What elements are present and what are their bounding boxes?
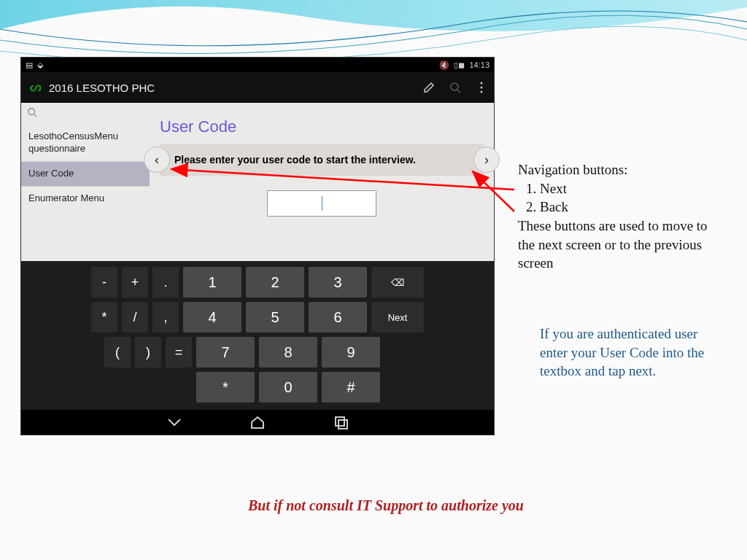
key-6[interactable]: 6	[309, 302, 367, 332]
text-cursor	[322, 196, 322, 211]
edit-icon[interactable]	[422, 81, 436, 94]
key-hash[interactable]: #	[322, 372, 380, 402]
section-title: User Code	[160, 117, 484, 136]
key-7[interactable]: 7	[196, 337, 255, 368]
svg-line-6	[34, 114, 37, 117]
nav-home-icon[interactable]	[249, 413, 266, 431]
sidebar-search-icon[interactable]	[21, 103, 150, 125]
svg-rect-8	[338, 420, 347, 429]
mute-icon: 🔇	[439, 61, 449, 70]
key-5[interactable]: 5	[246, 302, 304, 332]
battery-icon: ▯◼	[454, 61, 465, 70]
key-slash[interactable]: /	[122, 302, 148, 332]
search-icon[interactable]	[449, 81, 462, 94]
svg-point-5	[28, 109, 35, 115]
user-code-input[interactable]	[267, 190, 376, 217]
sidebar-item-questionnaire[interactable]: LesothoCensusMenu questionnaire	[21, 125, 150, 161]
sidebar-item-user-code[interactable]: User Code	[21, 161, 150, 186]
app-toolbar: ᔕ 2016 LESOTHO PHC	[21, 72, 494, 103]
key-0[interactable]: 0	[259, 372, 317, 402]
key-plus[interactable]: +	[122, 267, 148, 298]
annotation-nav-item1: Next	[540, 179, 722, 198]
key-backspace[interactable]: ⌫	[371, 267, 424, 298]
nav-next-button[interactable]: ›	[473, 147, 500, 173]
key-next[interactable]: Next	[371, 302, 424, 332]
app-logo-icon: ᔕ	[27, 79, 44, 96]
svg-rect-7	[336, 417, 344, 426]
nav-recent-icon[interactable]	[332, 413, 349, 431]
sidebar-item-enumerator[interactable]: Enumerator Menu	[21, 186, 150, 211]
annotation-nav-title: Navigation buttons:	[518, 160, 722, 179]
svg-point-0	[451, 83, 458, 90]
nav-hide-keyboard-icon[interactable]	[166, 413, 183, 431]
annotation-auth: If you are authenticated user enter your…	[540, 324, 722, 381]
key-lparen[interactable]: (	[104, 337, 131, 368]
key-comma[interactable]: ,	[152, 302, 179, 332]
prompt-text: Please enter your user code to start the…	[160, 144, 484, 176]
svg-line-1	[457, 90, 460, 93]
notification-icon: ▤	[26, 61, 33, 70]
app-title: 2016 LESOTHO PHC	[49, 82, 422, 94]
sidebar: LesothoCensusMenu questionnaire User Cod…	[21, 103, 150, 261]
key-9[interactable]: 9	[322, 337, 380, 368]
key-minus[interactable]: -	[91, 267, 117, 298]
key-1[interactable]: 1	[183, 267, 241, 298]
main-pane: User Code ‹ Please enter your user code …	[150, 103, 494, 261]
android-statusbar: ▤ ⬙ 🔇 ▯◼ 14:13	[21, 58, 494, 72]
svg-point-2	[481, 82, 483, 85]
numeric-keypad: - + . 1 2 3 ⌫ * / , 4 5 6 Next ( ) =	[21, 261, 494, 410]
key-star[interactable]: *	[91, 302, 117, 332]
tablet-screenshot: ▤ ⬙ 🔇 ▯◼ 14:13 ᔕ 2016 LESOTHO PHC	[20, 57, 495, 435]
overflow-menu-icon[interactable]	[475, 81, 488, 94]
key-dot[interactable]: .	[152, 267, 179, 298]
key-3[interactable]: 3	[309, 267, 367, 298]
annotation-nav-item2: Back	[540, 198, 722, 217]
svg-point-4	[481, 91, 483, 93]
android-navbar	[21, 410, 494, 435]
annotation-nav: Navigation buttons: Next Back These butt…	[518, 160, 722, 273]
annotation-nav-body: These buttons are used to move to the ne…	[518, 217, 722, 273]
key-2[interactable]: 2	[246, 267, 304, 298]
key-8[interactable]: 8	[259, 337, 317, 368]
svg-point-3	[481, 87, 483, 89]
nav-back-button[interactable]: ‹	[144, 147, 170, 173]
key-star2[interactable]: *	[196, 372, 255, 402]
clock: 14:13	[469, 61, 489, 69]
annotation-warning: But if not consult IT Support to authori…	[248, 497, 524, 514]
key-rparen[interactable]: )	[135, 337, 161, 368]
key-4[interactable]: 4	[183, 302, 241, 332]
key-equals[interactable]: =	[166, 337, 192, 368]
sync-icon: ⬙	[37, 61, 43, 70]
